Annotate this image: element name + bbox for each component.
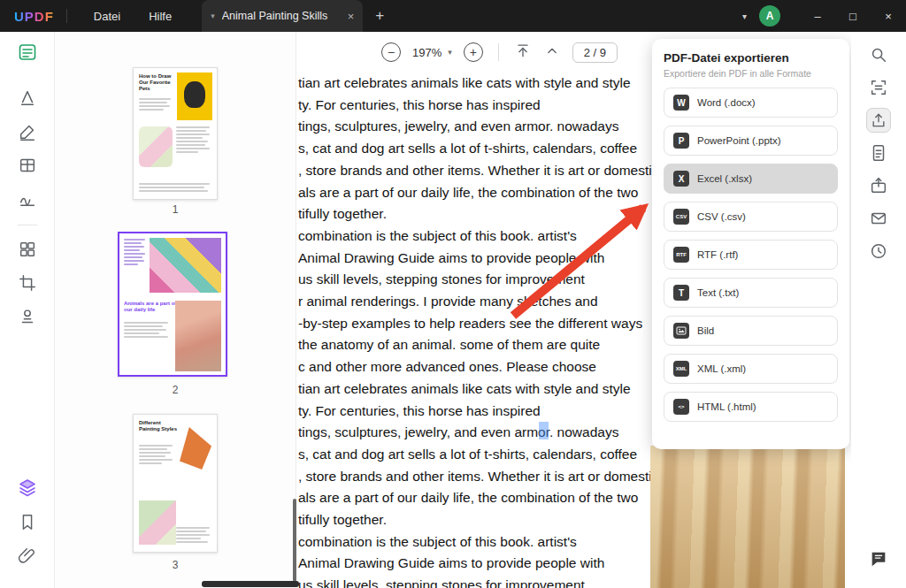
flatten-page-icon[interactable]	[866, 141, 891, 165]
menu-datei[interactable]: Datei	[80, 0, 134, 32]
export-panel-subtitle: Exportiere dein PDF in alle Formate	[664, 68, 838, 79]
html-icon: <>	[673, 399, 689, 415]
thumb1-title: How to Draw Our Favorite Pets	[139, 73, 174, 92]
menu-hilfe[interactable]: Hilfe	[134, 0, 186, 32]
export-option-text[interactable]: T Text (.txt)	[664, 278, 838, 308]
document-tab[interactable]: ▾ Animal Painting Skills ×	[202, 0, 363, 32]
export-panel-title: PDF-Datei exportieren	[664, 51, 838, 65]
zoom-dropdown-icon[interactable]: ▾	[448, 48, 452, 57]
titlebar-divider	[66, 9, 67, 23]
text-file-icon: T	[673, 285, 689, 301]
thumbnail-panel: How to Draw Our Favorite Pets 1 Animals …	[55, 32, 296, 588]
signature-icon[interactable]	[16, 187, 39, 210]
export-option-rtf[interactable]: RTF RTF (.rtf)	[664, 240, 838, 270]
mail-icon[interactable]	[866, 206, 891, 231]
thumb1-pug-image	[177, 73, 212, 120]
titlebar: UPDF Datei Hilfe ▾ Animal Painting Skill…	[0, 0, 906, 32]
thumb3-title: Different Painting Styles	[139, 420, 178, 432]
tab-caret-icon[interactable]: ▾	[211, 11, 215, 20]
rtf-icon: RTF	[673, 247, 689, 263]
forms-icon[interactable]	[16, 154, 39, 177]
ocr-icon[interactable]	[866, 75, 891, 100]
export-option-bild[interactable]: Bild	[664, 316, 838, 346]
tab-title: Animal Painting Skills	[222, 10, 341, 22]
csv-icon: CSV	[673, 209, 689, 225]
bookmark-icon[interactable]	[16, 510, 39, 533]
zoom-level[interactable]: 197%	[412, 46, 441, 59]
export-option-csv[interactable]: CSV CSV (.csv)	[664, 202, 838, 232]
search-icon[interactable]	[866, 42, 891, 67]
tab-close-icon[interactable]: ×	[348, 10, 355, 23]
export-option-word[interactable]: W Word (.docx)	[664, 88, 838, 118]
thumb3-fox-image	[180, 427, 211, 470]
feedback-chat-icon[interactable]	[866, 546, 891, 571]
comment-marker-icon[interactable]	[16, 87, 39, 110]
account-chevron-icon[interactable]: ▾	[730, 11, 759, 21]
page-number-2: 2	[55, 384, 296, 396]
export-option-excel[interactable]: X Excel (.xlsx)	[664, 164, 838, 194]
page-number-3: 3	[55, 559, 296, 571]
thumbnail-page-3[interactable]: Different Painting Styles	[133, 414, 218, 553]
export-pdf-icon[interactable]	[866, 108, 891, 133]
pdf-fabric-image	[650, 446, 845, 588]
page-indicator[interactable]: 2 / 9	[572, 42, 618, 63]
thumb1-collage-image	[139, 126, 173, 167]
thumb3-flowers-image	[139, 500, 176, 545]
powerpoint-icon: P	[673, 133, 689, 149]
organize-pages-icon[interactable]	[16, 238, 39, 261]
export-option-xml[interactable]: XML XML (.xml)	[664, 354, 838, 384]
stamp-icon[interactable]	[16, 305, 39, 328]
right-toolbar	[851, 32, 906, 588]
reader-mode-icon[interactable]	[16, 41, 39, 64]
thumbnail-page-1[interactable]: How to Draw Our Favorite Pets	[133, 67, 218, 200]
close-button[interactable]: ×	[871, 0, 906, 32]
toolbar-separator	[498, 43, 499, 61]
export-panel: PDF-Datei exportieren Exportiere dein PD…	[652, 39, 849, 449]
share-icon[interactable]	[866, 173, 891, 198]
image-icon	[673, 323, 689, 339]
word-icon: W	[673, 95, 689, 111]
text-selection-highlight	[539, 422, 549, 439]
avatar[interactable]: A	[759, 5, 780, 27]
crop-icon[interactable]	[16, 271, 39, 294]
xml-icon: XML	[673, 361, 689, 377]
thumb2-art-supplies-image	[150, 238, 221, 293]
collapse-toolbar-button[interactable]	[543, 42, 561, 63]
horizontal-scrollbar[interactable]	[202, 581, 299, 587]
thumbnail-scrollbar[interactable]	[293, 499, 296, 582]
history-icon[interactable]	[866, 239, 891, 263]
edit-pdf-icon[interactable]	[16, 120, 39, 143]
updf-logo: UPDF	[14, 9, 54, 24]
minimize-button[interactable]: –	[800, 0, 835, 32]
thumb2-caption: Animals are a part of our daily life	[124, 301, 177, 313]
page-number-1: 1	[55, 203, 296, 216]
new-tab-button[interactable]: +	[375, 7, 384, 25]
excel-icon: X	[673, 171, 689, 187]
zoom-in-button[interactable]: +	[464, 42, 483, 62]
thumb2-hands-image	[175, 301, 221, 371]
maximize-button[interactable]: □	[835, 0, 871, 32]
attachment-icon[interactable]	[16, 544, 39, 567]
scroll-top-button[interactable]	[514, 42, 532, 63]
zoom-out-button[interactable]: −	[381, 42, 401, 62]
thumbnail-page-2[interactable]: Animals are a part of our daily life	[118, 232, 227, 377]
export-option-html[interactable]: <> HTML (.html)	[664, 392, 838, 422]
rail-divider	[18, 225, 37, 225]
left-toolbar	[0, 32, 55, 588]
app-body: How to Draw Our Favorite Pets 1 Animals …	[0, 32, 906, 588]
export-option-powerpoint[interactable]: P PowerPoint (.pptx)	[664, 126, 838, 156]
ai-assistant-icon[interactable]	[16, 477, 39, 500]
